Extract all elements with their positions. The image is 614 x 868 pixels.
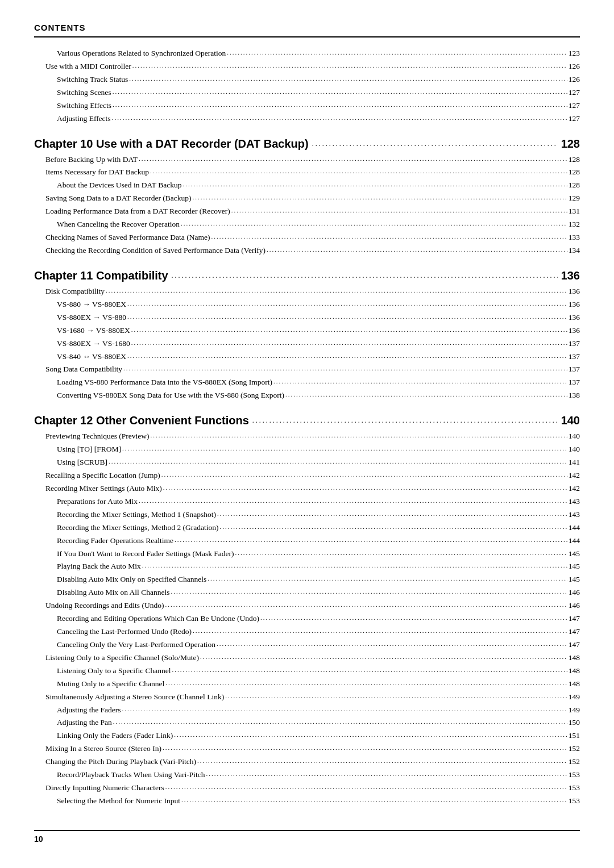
toc-entry: Loading Performance Data from a DAT Reco…	[34, 206, 580, 218]
entry-dots	[181, 219, 567, 229]
entry-dots	[131, 338, 567, 348]
entry-page: 140	[569, 444, 580, 456]
chapter-title: Chapter 10 Use with a DAT Recorder (DAT …	[34, 137, 309, 151]
entry-page: 134	[569, 245, 580, 257]
chapter-page: 140	[561, 414, 580, 427]
entry-dots	[267, 245, 567, 255]
page-footer: 10	[34, 830, 580, 844]
toc-entry: Recording the Mixer Settings, Method 1 (…	[34, 509, 580, 521]
toc-entry: Changing the Pitch During Playback (Vari…	[34, 756, 580, 768]
toc-entry: Song Data Compatibility137	[34, 364, 580, 375]
entry-text: Previewing Techniques (Preview)	[45, 431, 150, 443]
toc-entry: Selecting the Method for Numeric Input15…	[34, 795, 580, 807]
entry-page: 152	[569, 756, 580, 768]
entry-text: Selecting the Method for Numeric Input	[57, 795, 180, 807]
toc-entry: Saving Song Data to a DAT Recorder (Back…	[34, 193, 580, 205]
entry-dots	[200, 652, 567, 662]
entry-dots	[220, 522, 567, 532]
entry-page: 145	[569, 548, 580, 560]
entry-text: Disabling Auto Mix Only on Specified Cha…	[57, 574, 206, 586]
toc-entry: Canceling Only the Very Last-Performed O…	[34, 639, 580, 651]
toc-entry: Switching Effects127	[34, 100, 580, 112]
entry-page: 137	[569, 364, 580, 375]
entry-page: 136	[569, 299, 580, 311]
entry-page: 149	[569, 691, 580, 703]
entry-page: 133	[569, 232, 580, 244]
entry-page: 136	[569, 312, 580, 324]
chapter-page: 128	[561, 137, 580, 151]
toc-entry: Disabling Auto Mix on All Channels146	[34, 587, 580, 599]
toc-entry: If You Don't Want to Record Fader Settin…	[34, 548, 580, 560]
contents-title: CONTENTS	[34, 23, 86, 32]
entry-text: Mixing In a Stereo Source (Stereo In)	[45, 743, 161, 755]
entry-dots	[235, 548, 567, 558]
entry-text: Recording Mixer Settings (Auto Mix)	[45, 483, 162, 495]
entry-text: Before Backing Up with DAT	[45, 154, 138, 166]
toc-entry: Listening Only to a Specific Channel148	[34, 665, 580, 677]
toc-entry: Undoing Recordings and Edits (Undo)146	[34, 600, 580, 612]
entry-dots	[127, 312, 567, 322]
entry-text: Converting VS-880EX Song Data for Use wi…	[57, 390, 284, 402]
page-header: CONTENTS	[34, 23, 580, 37]
entry-dots	[122, 704, 567, 715]
chapter-heading: Chapter 12 Other Convenient Functions140	[34, 414, 580, 427]
entry-text: Recording and Editing Operations Which C…	[57, 613, 259, 625]
entry-page: 142	[569, 483, 580, 495]
entry-text: Linking Only the Faders (Fader Link)	[57, 730, 173, 742]
toc-entry: Items Necessary for DAT Backup128	[34, 166, 580, 178]
toc-entry: Checking the Recording Condition of Save…	[34, 245, 580, 257]
toc-entry: Recalling a Specific Location (Jump)142	[34, 470, 580, 482]
toc-entry: Adjusting Effects127	[34, 113, 580, 125]
toc-entry: Converting VS-880EX Song Data for Use wi…	[34, 390, 580, 402]
entry-text: Directly Inputting Numeric Characters	[45, 782, 164, 794]
entry-dots	[163, 483, 567, 493]
entry-dots	[131, 325, 567, 335]
entry-page: 147	[569, 639, 580, 651]
entry-dots	[142, 561, 567, 571]
entry-page: 148	[569, 665, 580, 677]
entry-page: 147	[569, 626, 580, 638]
entry-dots	[129, 74, 567, 84]
toc-entry: Adjusting the Faders149	[34, 704, 580, 716]
entry-page: 146	[569, 587, 580, 599]
toc-entry: Switching Track Status126	[34, 74, 580, 86]
chapter-dots	[172, 272, 558, 281]
toc-entry: Loading VS-880 Performance Data into the…	[34, 377, 580, 389]
entry-dots	[206, 769, 567, 779]
entry-page: 144	[569, 535, 580, 547]
toc-entry: Adjusting the Pan150	[34, 717, 580, 729]
toc-entry: Recording and Editing Operations Which C…	[34, 613, 580, 625]
entry-text: Record/Playback Tracks When Using Vari-P…	[57, 769, 205, 781]
entry-text: Adjusting the Pan	[57, 717, 112, 729]
entry-dots	[285, 390, 567, 400]
toc-entry: Using [SCRUB]141	[34, 457, 580, 469]
entry-page: 137	[569, 338, 580, 350]
entry-text: Use with a MIDI Controller	[45, 61, 131, 73]
toc-entry: Preparations for Auto Mix143	[34, 496, 580, 508]
entry-dots	[197, 756, 567, 766]
entry-dots	[172, 665, 567, 675]
toc-entry: VS-840 ↔ VS-880EX137	[34, 351, 580, 363]
entry-text: If You Don't Want to Record Fader Settin…	[57, 548, 234, 560]
toc-entry: Mixing In a Stereo Source (Stereo In)152	[34, 743, 580, 755]
toc-entry: When Canceling the Recover Operation132	[34, 219, 580, 231]
toc-entry: Checking Names of Saved Performance Data…	[34, 232, 580, 244]
entry-dots	[217, 509, 567, 519]
entry-page: 128	[569, 154, 580, 166]
entry-text: Loading Performance Data from a DAT Reco…	[45, 206, 230, 218]
toc-entry: Listening Only to a Specific Channel (So…	[34, 652, 580, 664]
entry-dots	[165, 600, 567, 610]
entry-page: 144	[569, 522, 580, 534]
entry-dots	[151, 431, 567, 441]
entry-text: Preparations for Auto Mix	[57, 496, 138, 508]
toc-entry: VS-880EX → VS-1680137	[34, 338, 580, 350]
entry-page: 148	[569, 652, 580, 664]
entry-dots	[273, 377, 567, 387]
entry-dots	[231, 206, 567, 216]
toc-entry: About the Devices Used in DAT Backup128	[34, 180, 580, 191]
entry-text: Muting Only to a Specific Channel	[57, 678, 164, 690]
entry-text: Canceling Only the Very Last-Performed O…	[57, 639, 215, 651]
entry-text: Disabling Auto Mix on All Channels	[57, 587, 169, 599]
chapter-page: 136	[561, 269, 580, 282]
entry-text: Undoing Recordings and Edits (Undo)	[45, 600, 164, 612]
